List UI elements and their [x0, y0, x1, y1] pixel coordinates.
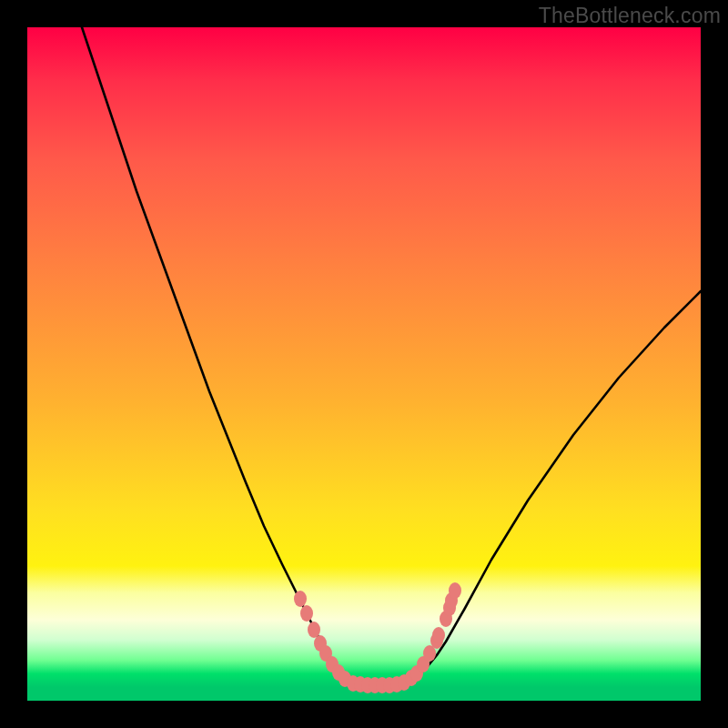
curve-left-branch — [82, 27, 350, 681]
marker-right — [432, 627, 445, 643]
chart-frame: TheBottleneck.com — [0, 0, 728, 728]
marker-left — [308, 622, 320, 638]
curve-group — [82, 27, 701, 685]
curve-right-branch — [410, 291, 701, 681]
marker-right — [449, 582, 461, 599]
bottleneck-curve-svg — [27, 27, 701, 701]
marker-left — [300, 605, 313, 622]
data-markers — [294, 582, 461, 693]
marker-left — [294, 591, 307, 607]
plot-area — [27, 27, 701, 701]
watermark-text: TheBottleneck.com — [539, 4, 721, 28]
